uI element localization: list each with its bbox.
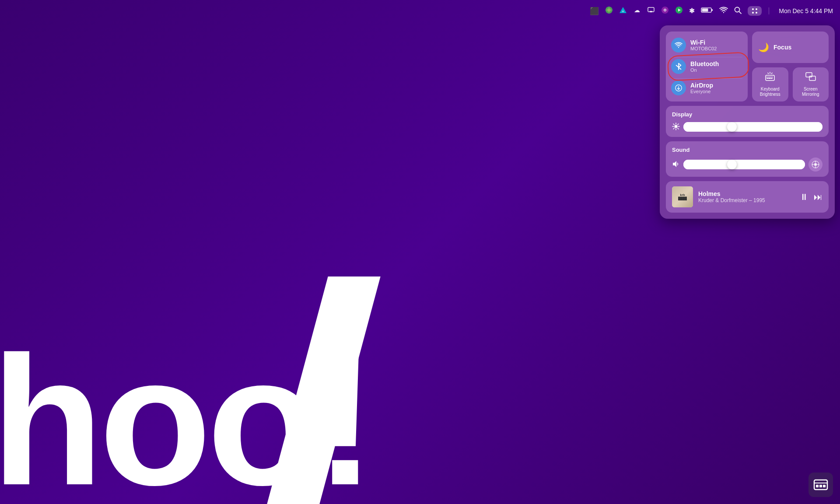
now-playing-artist: Kruder & Dorfmeister – 1995 <box>698 197 794 203</box>
podcast-icon[interactable] <box>661 6 669 16</box>
wifi-label: Wi-Fi <box>690 39 717 46</box>
svg-line-16 <box>739 11 741 14</box>
wifi-item[interactable]: Wi-Fi MOTOBC02 <box>671 36 742 54</box>
bluetooth-icon <box>671 59 686 74</box>
now-playing-section[interactable]: krb████ Holmes Kruder & Dorfmeister – 19… <box>666 181 829 213</box>
airplay-audio-button[interactable] <box>808 158 822 172</box>
sound-slider[interactable] <box>683 160 805 169</box>
screen-mirroring-label: Screen Mirroring <box>796 87 826 97</box>
sound-section: Sound <box>666 141 829 177</box>
svg-text:A: A <box>622 10 624 13</box>
bluetooth-label: Bluetooth <box>690 60 719 67</box>
focus-item[interactable]: 🌙 Focus <box>752 32 829 63</box>
creative-cloud-icon[interactable]: ☁ <box>633 6 641 16</box>
airdrop-subtitle: Everyone <box>690 89 713 94</box>
sound-volume-icon <box>672 160 680 169</box>
svg-rect-54 <box>816 485 819 487</box>
menubar: ⬛ A ☁ ✱ Mon Dec 5 <box>0 0 840 22</box>
display-brightness-icon <box>672 122 680 132</box>
svg-line-32 <box>768 73 769 74</box>
keyboard-brightness-icon <box>765 72 775 84</box>
wifi-icon <box>671 38 686 52</box>
airdrop-item[interactable]: AirDrop Everyone <box>671 78 742 97</box>
display-slider-thumb <box>727 122 737 132</box>
airdrop-icon <box>671 80 686 95</box>
svg-point-36 <box>675 125 678 128</box>
bluetooth-item[interactable]: Bluetooth On <box>671 57 742 76</box>
svg-point-47 <box>814 163 817 166</box>
airdrop-text: AirDrop Everyone <box>690 82 713 94</box>
wifi-menubar-icon[interactable] <box>719 7 728 15</box>
airplay-icon[interactable] <box>647 6 655 16</box>
screen-mirroring-item[interactable]: Screen Mirroring <box>793 67 829 102</box>
menubar-time: Mon Dec 5 4:44 PM <box>779 7 833 14</box>
svg-marker-45 <box>673 161 676 167</box>
keyboard-brightness-label: Keyboard Brightness <box>756 87 785 97</box>
svg-point-18 <box>756 8 757 10</box>
svg-line-44 <box>673 128 674 129</box>
svg-rect-14 <box>702 9 708 12</box>
cc-right-col: 🌙 Focus <box>752 32 829 102</box>
pause-button[interactable]: ⏸ <box>800 192 808 202</box>
svg-rect-56 <box>823 485 826 487</box>
skip-forward-button[interactable]: ⏭ <box>814 192 822 202</box>
sound-slider-thumb <box>727 160 737 169</box>
display-label: Display <box>672 111 822 118</box>
wifi-text: Wi-Fi MOTOBC02 <box>690 39 717 51</box>
keyboard-brightness-item[interactable]: Keyboard Brightness <box>752 67 788 102</box>
svg-line-41 <box>673 124 674 125</box>
sound-slider-row <box>672 158 822 172</box>
display-slider-fill <box>683 122 822 132</box>
sound-slider-fill <box>683 160 805 169</box>
svg-text:☁: ☁ <box>634 7 640 14</box>
music-icon[interactable] <box>675 6 683 16</box>
svg-line-43 <box>678 124 679 125</box>
display-slider[interactable] <box>683 122 822 132</box>
svg-point-17 <box>752 8 754 10</box>
sound-label: Sound <box>672 147 822 153</box>
display-section: Display <box>666 106 829 137</box>
cc-connectivity: Wi-Fi MOTOBC02 Bluetooth On <box>666 32 748 102</box>
screen-mirroring-icon <box>805 72 816 84</box>
arq-icon[interactable]: A <box>619 6 627 16</box>
search-icon[interactable] <box>734 7 742 16</box>
projector-icon[interactable]: ⬛ <box>590 7 599 16</box>
svg-rect-55 <box>819 485 822 487</box>
now-playing-text: Holmes Kruder & Dorfmeister – 1995 <box>698 190 794 203</box>
battery-icon[interactable] <box>701 7 713 15</box>
focus-icon: 🌙 <box>758 42 769 52</box>
svg-point-9 <box>665 10 666 11</box>
svg-point-20 <box>756 12 757 14</box>
focus-label: Focus <box>774 44 791 51</box>
bluetooth-subtitle: On <box>690 67 719 73</box>
cc-bottom-buttons: Keyboard Brightness Screen Mirroring <box>752 67 829 102</box>
display-slider-row <box>672 122 822 132</box>
svg-line-33 <box>772 73 773 74</box>
svg-rect-13 <box>711 9 713 11</box>
menubar-separator <box>769 7 769 14</box>
cc-top-row: Wi-Fi MOTOBC02 Bluetooth On <box>666 32 829 102</box>
maps-icon[interactable] <box>605 6 613 16</box>
bluetooth-text: Bluetooth On <box>690 60 719 73</box>
control-center-button[interactable] <box>748 6 762 16</box>
corner-app-icon[interactable] <box>808 472 833 497</box>
bluetooth-menubar-icon[interactable]: ✱ <box>689 7 695 15</box>
menubar-icons: ⬛ A ☁ ✱ Mon Dec 5 <box>590 6 833 16</box>
airdrop-label: AirDrop <box>690 82 713 89</box>
svg-point-19 <box>752 12 754 14</box>
album-art: krb████ <box>672 186 693 207</box>
now-playing-controls: ⏸ ⏭ <box>800 192 822 202</box>
now-playing-title: Holmes <box>698 190 794 197</box>
wifi-subtitle: MOTOBC02 <box>690 46 717 51</box>
control-center-panel: Wi-Fi MOTOBC02 Bluetooth On <box>660 25 835 219</box>
svg-line-42 <box>678 128 679 129</box>
